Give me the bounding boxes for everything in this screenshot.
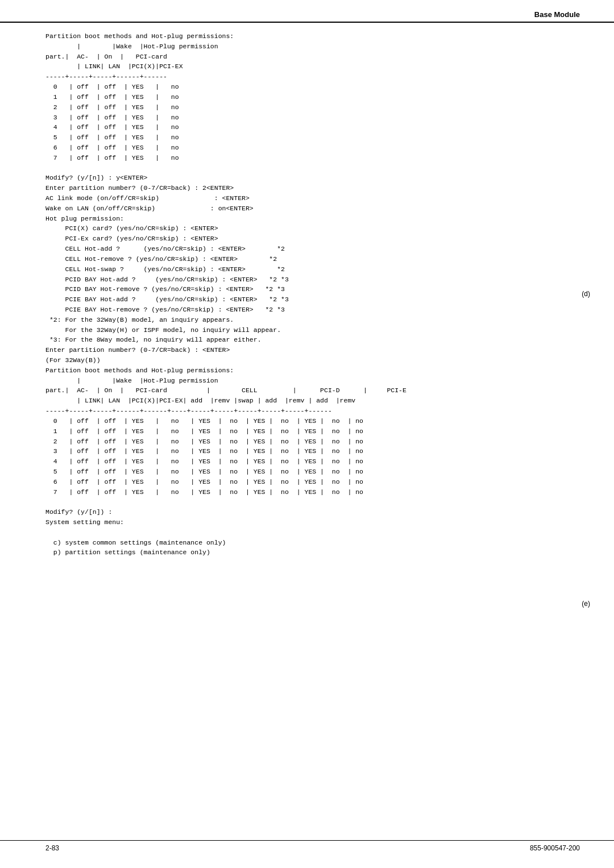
code-content: Partition boot methods and Hot-plug perm… bbox=[45, 31, 569, 558]
page-number: 2-83 bbox=[45, 844, 59, 852]
main-content: Partition boot methods and Hot-plug perm… bbox=[45, 31, 569, 834]
footer-rule bbox=[0, 840, 614, 841]
header-title: Base Module bbox=[534, 10, 580, 19]
doc-number: 855-900547-200 bbox=[530, 844, 580, 852]
header-rule bbox=[0, 22, 614, 23]
side-label-e: (e) bbox=[582, 600, 590, 608]
side-label-d: (d) bbox=[582, 290, 590, 298]
